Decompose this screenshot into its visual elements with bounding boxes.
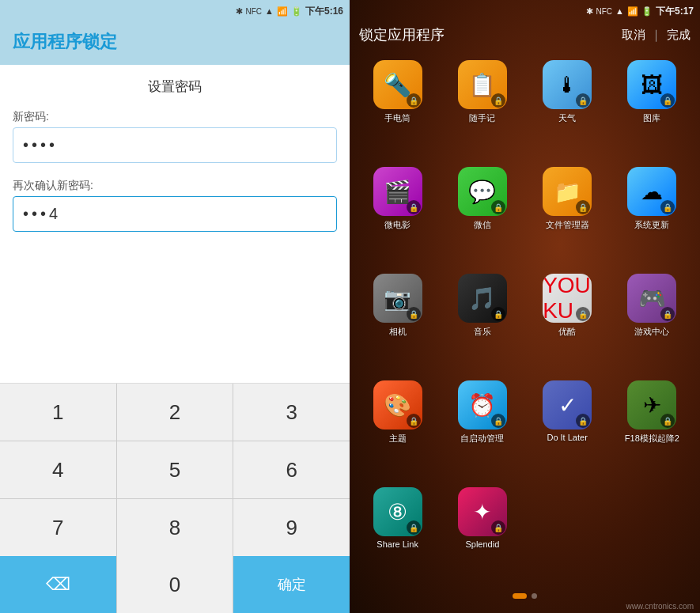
new-password-input[interactable]: •••• [13,127,337,163]
app-item-sysupdate[interactable]: ☁🔒系统更新 [611,162,694,266]
right-battery-icon: 🔋 [641,6,653,17]
lock-badge-music: 🔒 [491,307,505,321]
backspace-icon: ⌫ [46,574,70,595]
app-item-gallery[interactable]: 🖼🔒图库 [611,55,694,159]
header-divider: ｜ [650,28,662,43]
app-icon-wrapper-splendid: ✦🔒 [458,487,507,536]
app-item-theme[interactable]: 🎨🔒主题 [356,376,439,479]
app-title: 应用程序锁定 [0,22,350,65]
app-icon-wrapper-games: 🎮🔒 [627,274,676,323]
app-item-camera[interactable]: 📷🔒相机 [356,269,439,373]
numpad-key-8[interactable]: 8 [117,499,233,556]
cancel-button[interactable]: 取消 [622,28,645,43]
app-item-flashlight[interactable]: 🔦🔒手电筒 [356,55,439,159]
app-label-games: 游戏中心 [634,326,669,338]
right-bluetooth-icon: ✱ [586,6,593,17]
app-item-youku[interactable]: YOU KU🔒优酷 [526,269,609,373]
app-item-games[interactable]: 🎮🔒游戏中心 [611,269,694,373]
app-item-f18[interactable]: ✈🔒F18模拟起降2 [611,376,694,479]
set-password-title: 设置密码 [0,65,350,104]
app-item-doitlater[interactable]: ✓🔒Do It Later [526,376,609,479]
app-item-sharelink[interactable]: ⑧🔒Share Link [356,482,439,584]
app-icon-wrapper-camera: 📷🔒 [373,274,422,323]
lock-badge-autostart: 🔒 [491,414,505,428]
numpad-key-6[interactable]: 6 [233,441,350,498]
app-label-notes: 随手记 [469,112,495,124]
lock-badge-flashlight: 🔒 [407,93,421,108]
app-label-wechat: 微信 [474,219,491,231]
numpad-confirm-button[interactable]: 确定 [233,556,350,613]
app-icon-wrapper-wechat: 💬🔒 [458,167,507,216]
lock-badge-camera: 🔒 [407,307,421,321]
status-time-left: 下午5:16 [305,5,343,18]
app-icon-wrapper-sysupdate: ☁🔒 [627,167,676,216]
app-label-sysupdate: 系统更新 [634,219,669,231]
app-icon-wrapper-flashlight: 🔦🔒 [373,60,422,109]
page-indicators [350,588,700,602]
app-item-files[interactable]: 📁🔒文件管理器 [526,162,609,266]
app-label-files: 文件管理器 [546,219,589,231]
app-item-autostart[interactable]: ⏰🔒自启动管理 [441,376,524,479]
nfc-icon: NFC [246,7,263,16]
app-label-f18: F18模拟起降2 [625,433,679,445]
app-icon-wrapper-youku: YOU KU🔒 [543,274,592,323]
lock-badge-weather: 🔒 [576,93,590,108]
app-icon-wrapper-movie: 🎬🔒 [373,167,422,216]
watermark: www.cntronics.com [350,602,700,613]
numpad-key-9[interactable]: 9 [233,499,350,556]
right-header: 锁定应用程序 取消 ｜ 完成 [350,22,700,51]
status-bar-right: ✱ NFC ▲ 📶 🔋 下午5:17 [350,0,700,22]
app-icon-wrapper-sharelink: ⑧🔒 [373,487,422,536]
confirm-password-label: 再次确认新密码: [0,172,350,196]
app-icon-wrapper-f18: ✈🔒 [627,380,676,429]
new-password-label: 新密码: [0,104,350,127]
right-panel: ✱ NFC ▲ 📶 🔋 下午5:17 锁定应用程序 取消 ｜ 完成 🔦🔒手电筒📋… [350,0,700,613]
app-icon-wrapper-doitlater: ✓🔒 [543,380,592,429]
left-content: 设置密码 新密码: •••• 再次确认新密码: •••4 1 2 3 4 5 6… [0,65,350,613]
app-item-weather[interactable]: 🌡🔒天气 [526,55,609,159]
apps-grid: 🔦🔒手电筒📋🔒随手记🌡🔒天气🖼🔒图库🎬🔒微电影💬🔒微信📁🔒文件管理器☁🔒系统更新… [350,51,700,588]
status-bar-left: ✱ NFC ▲ 📶 🔋 下午5:16 [0,0,350,22]
page-dot-2 [532,593,537,599]
lock-badge-movie: 🔒 [407,200,421,214]
bluetooth-icon: ✱ [236,6,243,17]
lock-badge-notes: 🔒 [491,93,505,108]
app-label-splendid: Splendid [465,539,499,549]
page-dot-1 [513,593,527,599]
numpad-key-3[interactable]: 3 [233,384,350,441]
app-icon-wrapper-music: 🎵🔒 [458,274,507,323]
status-time-right: 下午5:17 [656,5,694,18]
app-icon-wrapper-autostart: ⏰🔒 [458,380,507,429]
numpad-grid: 1 2 3 4 5 6 7 8 9 [0,384,350,556]
numpad-backspace-button[interactable]: ⌫ [0,556,116,613]
app-item-notes[interactable]: 📋🔒随手记 [441,55,524,159]
app-item-wechat[interactable]: 💬🔒微信 [441,162,524,266]
numpad-key-1[interactable]: 1 [0,384,116,441]
app-item-splendid[interactable]: ✦🔒Splendid [441,482,524,584]
lock-badge-theme: 🔒 [407,414,421,428]
done-button[interactable]: 完成 [667,28,691,43]
lock-badge-wechat: 🔒 [491,200,505,214]
lock-badge-splendid: 🔒 [491,520,505,535]
app-item-movie[interactable]: 🎬🔒微电影 [356,162,439,266]
lock-badge-files: 🔒 [576,200,590,214]
app-label-music: 音乐 [474,326,491,338]
numpad-key-7[interactable]: 7 [0,499,116,556]
app-icon-wrapper-files: 📁🔒 [543,167,592,216]
numpad-key-5[interactable]: 5 [117,441,233,498]
signal-icon: 📶 [277,6,288,17]
app-label-camera: 相机 [389,326,407,338]
numpad-key-4[interactable]: 4 [0,441,116,498]
app-label-gallery: 图库 [643,112,660,124]
numpad-key-2[interactable]: 2 [117,384,233,441]
confirm-password-input[interactable]: •••4 [13,196,337,232]
numpad-key-0[interactable]: 0 [117,556,233,613]
app-label-theme: 主题 [389,433,407,445]
app-icon-wrapper-weather: 🌡🔒 [543,60,592,109]
right-header-title: 锁定应用程序 [359,25,445,44]
wifi-icon: ▲ [265,6,274,16]
right-wifi-icon: ▲ [615,6,624,16]
app-item-music[interactable]: 🎵🔒音乐 [441,269,524,373]
app-label-autostart: 自启动管理 [460,433,504,445]
app-label-doitlater: Do It Later [547,433,587,442]
